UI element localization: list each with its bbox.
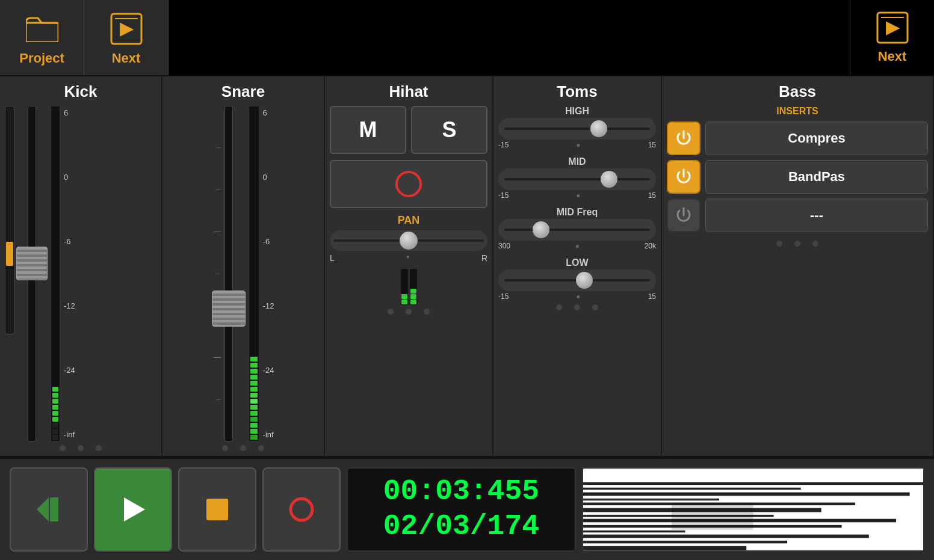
ms-buttons: M S [330, 106, 487, 154]
toms-low-section: LOW -15 ● 15 [498, 257, 656, 301]
project-button[interactable]: Project [0, 0, 84, 75]
position-value: 02/03/174 [383, 509, 539, 544]
time-display: 00:03:455 02/03/174 [347, 467, 576, 552]
kick-bottom-dots [5, 445, 156, 451]
insert-row-2: BandPas [667, 160, 928, 194]
svg-rect-27 [672, 503, 753, 530]
mute-button[interactable]: M [330, 106, 406, 154]
toms-midfreq-slider[interactable] [498, 219, 656, 241]
hihat-vu-meters [401, 269, 417, 305]
kick-fader[interactable] [17, 106, 47, 442]
insert3-power-button[interactable] [667, 198, 700, 232]
record-circle-icon [395, 171, 422, 197]
svg-text:▶: ▶ [886, 18, 900, 37]
toms-mid-section: MID -15 ● 15 [498, 156, 656, 200]
toms-midfreq-range: 300 ● 20k [498, 242, 656, 250]
insert-row-1: Compres [667, 122, 928, 155]
kick-vu-meter [51, 106, 60, 442]
record-button[interactable] [262, 467, 341, 552]
toms-low-knob[interactable] [576, 272, 593, 289]
project-icon [23, 10, 61, 48]
next-icon-right: ▶ [876, 11, 909, 46]
svg-rect-10 [206, 499, 228, 520]
svg-rect-24 [583, 541, 787, 544]
stop-button[interactable] [178, 467, 256, 552]
mixer-area: Kick [0, 76, 934, 458]
svg-rect-15 [583, 493, 910, 496]
svg-rect-8 [50, 497, 58, 522]
next-label-right: Next [878, 49, 907, 64]
toms-mid-knob[interactable] [601, 171, 617, 188]
time-value: 00:03:455 [383, 475, 539, 509]
solo-button[interactable]: S [411, 106, 487, 154]
kick-inner: 6 0 -6 -12 -24 -inf [5, 106, 156, 442]
toms-channel: Toms HIGH -15 ● 15 MID [493, 76, 662, 456]
insert1-power-button[interactable] [667, 122, 700, 155]
toms-bottom-dots [498, 304, 656, 310]
top-bar-right: ▶ Next [850, 0, 934, 75]
next-button-left[interactable]: ▶ Next [84, 0, 169, 75]
insert3-name[interactable]: --- [705, 198, 928, 232]
svg-text:▶: ▶ [120, 19, 134, 38]
svg-rect-25 [583, 546, 746, 550]
top-bar: Project ▶ Next ▶ Next [0, 0, 934, 76]
svg-rect-14 [583, 488, 801, 490]
snare-fader[interactable] [212, 106, 245, 442]
svg-rect-23 [583, 535, 869, 538]
insert2-power-button[interactable] [667, 160, 700, 194]
inserts-label: INSERTS [776, 106, 818, 117]
kick-scale: 6 0 -6 -12 -24 -inf [64, 106, 75, 442]
toms-midfreq-label: MID Freq [498, 207, 656, 218]
pan-label: PAN [330, 214, 487, 227]
snare-bottom-dots [167, 445, 319, 451]
toms-high-knob[interactable] [590, 120, 607, 137]
snare-fader-handle[interactable] [212, 291, 246, 327]
toms-high-slider[interactable] [498, 118, 656, 140]
bass-bottom-dots [667, 241, 928, 247]
toms-midfreq-section: MID Freq 300 ● 20k [498, 207, 656, 250]
pan-section: PAN L ● R [330, 214, 487, 263]
kick-fader-handle[interactable] [16, 247, 48, 280]
bass-title: Bass [779, 82, 816, 101]
bass-channel: Bass INSERTS Compres BandP [662, 76, 934, 456]
insert-row-3: --- [667, 198, 928, 232]
pan-slider-labels: L ● R [330, 253, 487, 263]
next-icon-left: ▶ [107, 10, 146, 48]
project-label: Project [19, 51, 64, 66]
step-back-button[interactable] [10, 467, 88, 552]
hihat-channel: Hihat M S PAN [325, 76, 493, 456]
svg-marker-9 [124, 497, 145, 522]
hihat-vu-left [401, 269, 408, 305]
toms-mid-range: -15 ● 15 [498, 191, 656, 200]
toms-low-slider[interactable] [498, 269, 656, 291]
next-label-left: Next [112, 51, 141, 66]
svg-rect-16 [583, 499, 719, 500]
hihat-title: Hihat [389, 82, 428, 101]
hihat-bottom-dots [330, 309, 487, 315]
hihat-inner: M S PAN L ● [330, 106, 487, 305]
kick-volume-indicator [6, 242, 13, 266]
snare-vu-meter [249, 106, 259, 442]
pan-slider[interactable] [330, 230, 487, 251]
toms-high-range: -15 ● 15 [498, 141, 656, 149]
kick-title: Kick [64, 82, 97, 101]
pan-knob[interactable] [400, 232, 418, 250]
toms-mid-slider[interactable] [498, 168, 656, 190]
hihat-record-button[interactable] [330, 160, 487, 208]
snare-scale: 6 0 -6 -12 -24 -inf [263, 106, 274, 442]
toms-low-range: -15 ● 15 [498, 292, 656, 301]
toms-midfreq-knob[interactable] [533, 221, 549, 238]
insert1-name[interactable]: Compres [705, 122, 928, 155]
toms-high-section: HIGH -15 ● 15 [498, 106, 656, 149]
next-button-right[interactable]: ▶ Next [850, 0, 934, 75]
insert2-name[interactable]: BandPas [705, 160, 928, 194]
waveform-display [582, 467, 924, 552]
svg-rect-13 [583, 482, 923, 485]
toms-inner: HIGH -15 ● 15 MID [498, 106, 656, 301]
kick-channel: Kick [0, 76, 162, 456]
svg-marker-7 [37, 497, 49, 522]
play-button[interactable] [94, 467, 172, 552]
toms-title: Toms [557, 82, 597, 101]
toms-low-label: LOW [498, 257, 656, 268]
snare-title: Snare [221, 82, 265, 101]
